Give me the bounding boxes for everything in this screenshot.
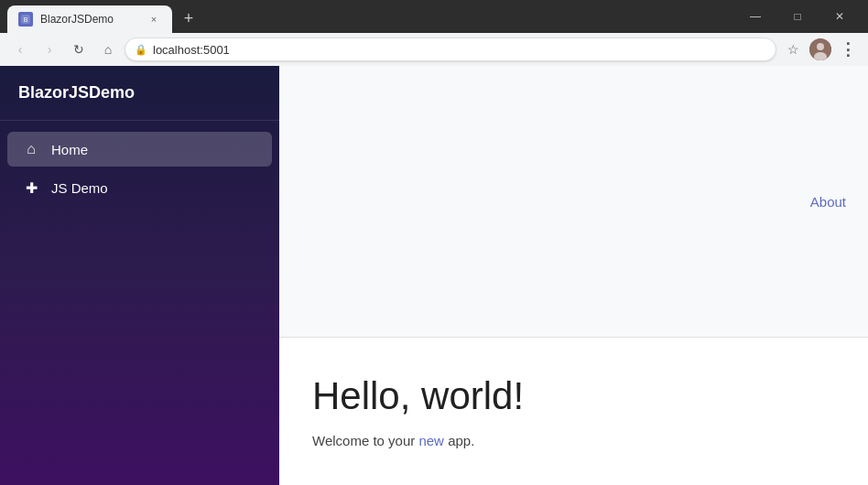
minimize-button[interactable]: —: [734, 0, 776, 33]
content-area: Hello, world! Welcome to your new app.: [279, 338, 868, 485]
tab-bar: B BlazorJSDemo × + — □ ✕: [0, 0, 868, 33]
window-controls: — □ ✕: [734, 0, 861, 33]
back-button[interactable]: ‹: [7, 37, 33, 62]
address-bar: ‹ › ↻ ⌂ 🔒 localhost:5001 ☆ ⋮: [0, 33, 868, 66]
app-topbar: About: [279, 66, 868, 338]
home-button[interactable]: ⌂: [95, 37, 121, 62]
sidebar-item-home-label: Home: [51, 142, 88, 157]
address-right-icons: ☆ ⋮: [780, 37, 861, 62]
star-button[interactable]: ☆: [780, 37, 806, 62]
svg-text:B: B: [24, 16, 28, 23]
svg-point-3: [817, 43, 824, 50]
sidebar: BlazorJSDemo ⌂ Home ✚ JS Demo: [0, 66, 279, 485]
tab-title: BlazorJSDemo: [40, 13, 139, 26]
subtitle-highlight: new: [418, 433, 444, 448]
plus-icon: ✚: [22, 179, 40, 197]
maximize-button[interactable]: □: [776, 0, 819, 33]
active-tab[interactable]: B BlazorJSDemo ×: [7, 5, 172, 33]
home-icon: ⌂: [22, 141, 40, 157]
menu-button[interactable]: ⋮: [835, 37, 861, 62]
dots-icon: ⋮: [840, 39, 856, 59]
browser-chrome: B BlazorJSDemo × + — □ ✕ ‹ › ↻ ⌂ 🔒 local…: [0, 0, 868, 66]
sidebar-item-jsdemo-label: JS Demo: [51, 180, 108, 196]
close-button[interactable]: ✕: [819, 0, 861, 33]
new-tab-button[interactable]: +: [176, 5, 201, 31]
tab-favicon: B: [18, 12, 33, 27]
sidebar-header: BlazorJSDemo: [0, 66, 279, 121]
forward-button[interactable]: ›: [37, 37, 62, 62]
app-layout: BlazorJSDemo ⌂ Home ✚ JS Demo About Hell…: [0, 66, 868, 485]
url-text: localhost:5001: [153, 43, 230, 57]
app-title: BlazorJSDemo: [18, 83, 135, 102]
page-subtitle: Welcome to your new app.: [312, 433, 835, 448]
subtitle-before: Welcome to your: [312, 433, 418, 448]
subtitle-after: app.: [444, 433, 474, 448]
address-input[interactable]: 🔒 localhost:5001: [125, 38, 776, 61]
tab-close-button[interactable]: ×: [146, 12, 161, 27]
sidebar-item-jsdemo[interactable]: ✚ JS Demo: [7, 170, 272, 206]
star-icon: ☆: [787, 42, 799, 57]
page-heading: Hello, world!: [312, 374, 835, 418]
sidebar-nav: ⌂ Home ✚ JS Demo: [0, 121, 279, 217]
refresh-button[interactable]: ↻: [66, 37, 92, 62]
about-link[interactable]: About: [810, 194, 846, 210]
sidebar-item-home[interactable]: ⌂ Home: [7, 132, 272, 167]
main-content: About Hello, world! Welcome to your new …: [279, 66, 868, 485]
profile-button[interactable]: [808, 37, 833, 62]
lock-icon: 🔒: [135, 44, 147, 56]
avatar: [809, 38, 831, 60]
